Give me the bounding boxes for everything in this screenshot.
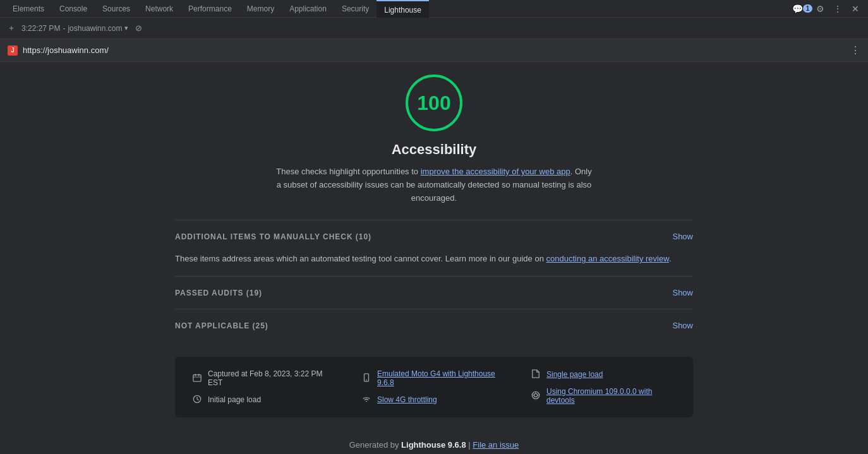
tab-performance[interactable]: Performance [181,0,239,18]
settings-button[interactable]: ⚙ [812,1,828,16]
tab-lighthouse[interactable]: Lighthouse [377,0,429,18]
description-prefix: These checks highlight opportunities to [276,167,420,176]
separator: - [63,24,65,33]
score-value: 100 [417,92,450,115]
score-title: Accessibility [392,141,477,158]
phone-icon [362,373,372,383]
passed-section-show[interactable]: Show [672,288,693,297]
footer-item-single-page: Single page load [531,369,675,379]
manual-body-text: These items address areas which an autom… [175,253,693,266]
calendar-icon [193,373,203,383]
dropdown-arrow[interactable]: ▾ [124,24,128,32]
generated-by: Generated by Lighthouse 9.6.8 | File an … [175,433,693,454]
more-icon: ⋮ [833,4,842,14]
description-link[interactable]: improve the accessibility of your web ap… [421,167,570,176]
file-issue-link[interactable]: File an issue [473,440,519,450]
footer-item-chromium: Using Chromium 109.0.0.0 with devtools [531,387,675,405]
stop-icon: ⊘ [135,23,142,33]
score-description: These checks highlight opportunities to … [276,165,592,205]
manual-section: ADDITIONAL ITEMS TO MANUALLY CHECK (10) … [175,220,693,276]
page-load-text: Initial page load [208,395,261,404]
manual-section-show[interactable]: Show [672,232,693,241]
chromium-icon [531,391,541,401]
na-section-header[interactable]: NOT APPLICABLE (25) Show [175,309,693,342]
passed-section-header[interactable]: PASSED AUDITS (19) Show [175,277,693,309]
notification-badge: 1 [803,4,813,13]
score-circle: 100 [406,75,462,131]
toolbar: + 3:22:27 PM - joshuawinn.com ▾ ⊘ [0,18,868,39]
tab-elements[interactable]: Elements [5,0,52,18]
new-tab-button[interactable]: + [5,22,18,35]
tab-application[interactable]: Application [282,0,334,18]
notification-icon: 💬 [792,4,803,14]
page-icon [531,369,541,379]
stop-button[interactable]: ⊘ [132,22,145,35]
generated-prefix: Generated by [349,440,401,450]
tab-security[interactable]: Security [334,0,377,18]
chromium-link[interactable]: Using Chromium 109.0.0.0 with devtools [546,387,675,405]
svg-rect-0 [193,375,201,382]
passed-section-title: PASSED AUDITS (19) [175,289,262,297]
devtools-tab-bar: Elements Console Sources Network Perform… [0,0,868,18]
notifications-button[interactable]: 💬 1 [795,1,810,16]
manual-section-header[interactable]: ADDITIONAL ITEMS TO MANUALLY CHECK (10) … [175,220,693,253]
tab-sources[interactable]: Sources [95,0,138,18]
single-page-link[interactable]: Single page load [546,370,603,379]
tab-bar-actions: 💬 1 ⚙ ⋮ ✕ [795,1,868,16]
timestamp: 3:22:27 PM [21,24,60,33]
clock-icon [193,395,203,405]
manual-section-title: ADDITIONAL ITEMS TO MANUALLY CHECK (10) [175,232,371,241]
score-container: 100 Accessibility These checks highlight… [175,75,693,205]
na-section-title: NOT APPLICABLE (25) [175,321,268,330]
footer-col-2: Emulated Moto G4 with Lighthouse 9.6.8 S… [362,369,506,405]
na-section: NOT APPLICABLE (25) Show [175,309,693,342]
footer-col-1: Captured at Feb 8, 2023, 3:22 PM EST Ini… [193,369,337,405]
svg-point-7 [534,394,537,397]
plus-icon: + [9,23,14,33]
close-button[interactable]: ✕ [848,1,863,16]
footer-item-captured: Captured at Feb 8, 2023, 3:22 PM EST [193,369,337,387]
url-text: https://joshuawinn.com/ [23,45,845,55]
throttling-link[interactable]: Slow 4G throttling [377,395,437,404]
manual-body-link[interactable]: conducting an accessibility review [546,254,669,263]
footer-col-3: Single page load Using Chromium 109.0.0.… [531,369,675,405]
captured-text: Captured at Feb 8, 2023, 3:22 PM EST [208,369,337,387]
address-tab: 3:22:27 PM - joshuawinn.com ▾ [21,24,128,33]
wifi-icon [362,395,372,405]
tab-url: joshuawinn.com [68,24,122,33]
url-more-button[interactable]: ⋮ [850,44,860,56]
url-bar: J https://joshuawinn.com/ ⋮ [0,39,868,62]
generated-brand: Lighthouse 9.6.8 [401,440,466,450]
main-content: 100 Accessibility These checks highlight… [0,62,868,454]
favicon: J [8,45,18,56]
more-button[interactable]: ⋮ [830,1,845,16]
manual-section-body: These items address areas which an autom… [175,253,693,276]
na-section-show[interactable]: Show [672,321,693,330]
tab-network[interactable]: Network [138,0,181,18]
generated-separator: | [466,440,473,450]
footer-item-page-load: Initial page load [193,395,337,405]
footer-item-throttling: Slow 4G throttling [362,395,506,405]
footer-info: Captured at Feb 8, 2023, 3:22 PM EST Ini… [175,357,693,417]
tab-memory[interactable]: Memory [239,0,282,18]
lighthouse-report: 100 Accessibility These checks highlight… [150,62,718,454]
footer-item-emulated: Emulated Moto G4 with Lighthouse 9.6.8 [362,369,506,387]
gear-icon: ⚙ [816,4,824,14]
close-icon: ✕ [852,4,859,14]
tab-console[interactable]: Console [52,0,95,18]
passed-section: PASSED AUDITS (19) Show [175,276,693,309]
emulated-link[interactable]: Emulated Moto G4 with Lighthouse 9.6.8 [377,369,506,387]
